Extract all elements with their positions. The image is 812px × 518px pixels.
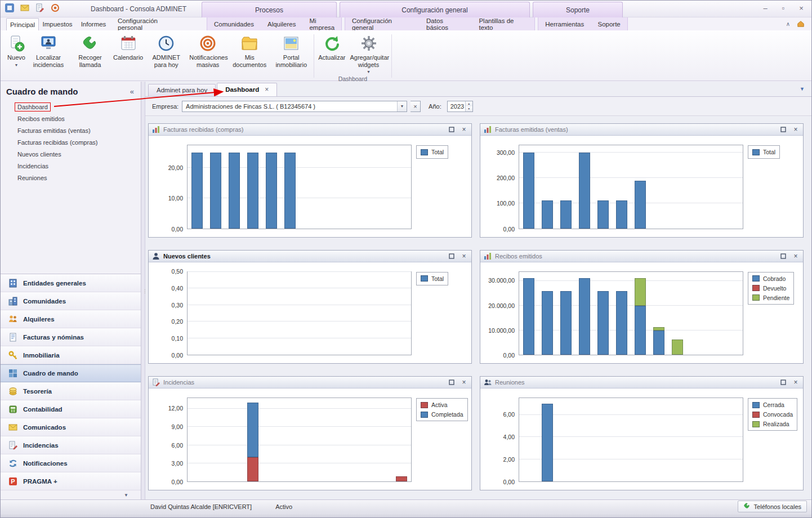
spiral-icon[interactable] [51, 3, 61, 14]
tab-impuestos[interactable]: Impuestos [39, 17, 76, 30]
widget-close-button[interactable]: × [791, 126, 800, 134]
tab-dashboard[interactable]: Dashboard × [217, 83, 277, 96]
sidebar-item-dashboard[interactable]: Dashboard [15, 103, 50, 111]
widget-header[interactable]: Facturas recibidas (compras) × [149, 124, 471, 136]
sidebar-item-reuniones[interactable]: Reuniones [15, 174, 50, 182]
telefonos-locales-button[interactable]: Teléfonos locales [738, 501, 807, 512]
widget-maximize-button[interactable] [447, 252, 456, 260]
nuevo-button[interactable]: Nuevo ▼ [5, 32, 28, 67]
recoger-llamada-button[interactable]: Recoger llamada [69, 32, 111, 68]
sidebar-item-recibos-emitidos[interactable]: Recibos emitidos [15, 115, 67, 123]
collapse-ribbon-icon[interactable]: ∧ [786, 21, 790, 27]
minimize-button[interactable]: – [761, 4, 770, 12]
nav-notificaciones[interactable]: Notificaciones [1, 454, 141, 472]
agregar-quitar-widgets-button[interactable]: Agregar/quitar widgets ▼ [348, 32, 390, 74]
nav-cuadro-de-mando[interactable]: Cuadro de mando [1, 364, 141, 382]
widget-close-button[interactable]: × [459, 378, 469, 387]
chart-bar [635, 272, 646, 355]
combobox-dropdown-icon[interactable]: ▼ [397, 101, 407, 111]
sidebar-item-incidencias[interactable]: Incidencias [15, 162, 51, 170]
tab-principal[interactable]: Principal [6, 18, 39, 30]
restore-button[interactable]: ▫ [779, 4, 788, 12]
widget-header[interactable]: Nuevos clientes × [149, 251, 471, 262]
widget-close-button[interactable]: × [791, 378, 800, 387]
nav-contabilidad[interactable]: Contabilidad [1, 400, 141, 418]
widget-maximize-button[interactable] [779, 378, 788, 387]
chart-bar [210, 145, 221, 229]
widget-header[interactable]: Recibos emitidos × [480, 251, 803, 262]
nav-comunidades[interactable]: Comunidades [1, 292, 141, 310]
nav-tesoreria[interactable]: Tesorería [1, 382, 141, 400]
sidebar-item-facturas-emitidas[interactable]: Facturas emitidas (ventas) [15, 127, 93, 135]
legend-entry: Convocada [752, 411, 793, 418]
legend-entry: Total [752, 149, 775, 155]
tab-informes[interactable]: Informes [76, 17, 111, 30]
tab-list-chevron-icon[interactable]: ▼ [800, 86, 805, 92]
collapse-sidebar-icon[interactable]: « [130, 87, 134, 96]
edit-note-icon[interactable] [35, 3, 46, 14]
widget-header[interactable]: Incidencias × [149, 377, 471, 388]
widget-maximize-button[interactable] [779, 126, 788, 134]
adminet-para-hoy-button[interactable]: ADMINET para hoy [145, 32, 187, 68]
year-spinner[interactable]: 2023 ▲ ▼ [447, 101, 473, 112]
bar-chart: 0,000,100,200,300,400,50 Total [152, 271, 466, 356]
company-clear-button[interactable]: × [411, 101, 421, 112]
mis-documentos-button[interactable]: Mis documentos [229, 32, 270, 68]
tab-configuracion-personal[interactable]: Configuración personal [111, 17, 184, 30]
y-axis-tick: 4,00 [503, 434, 515, 440]
plot-area [187, 271, 412, 356]
company-combobox[interactable]: Administraciones de Fincas S.L. ( B12345… [182, 101, 407, 112]
tab-alquileres[interactable]: Alquileres [261, 17, 303, 30]
tab-close-icon[interactable]: × [265, 86, 269, 93]
app-icon[interactable] [5, 3, 15, 14]
ribbon-corner-buttons: ∧ [786, 17, 811, 30]
widget-close-button[interactable]: × [459, 126, 469, 134]
main-area: Adminet para hoy Dashboard × ▼ Empresa: … [145, 82, 811, 499]
portal-inmobiliario-button[interactable]: Portal inmobiliario [270, 32, 312, 68]
tab-datos-basicos[interactable]: Datos básicos [420, 17, 472, 30]
tab-herramientas[interactable]: Herramientas [538, 17, 591, 30]
widget-close-button[interactable]: × [459, 252, 469, 260]
empresa-label: Empresa: [152, 103, 179, 110]
calendario-button[interactable]: Calendario [111, 32, 145, 61]
help-home-icon[interactable] [797, 20, 805, 29]
widget-maximize-button[interactable] [779, 252, 788, 260]
bar-segment-cerrada [542, 404, 553, 481]
widget-close-button[interactable]: × [791, 252, 800, 260]
bar-segment-total [579, 153, 590, 228]
widget-maximize-button[interactable] [447, 378, 456, 387]
nav-facturas-y-nominas[interactable]: Facturas y nóminas [1, 328, 141, 346]
spinner-up-icon[interactable]: ▲ [466, 101, 472, 106]
close-button[interactable]: × [797, 4, 806, 12]
tab-adminet-para-hoy[interactable]: Adminet para hoy [148, 84, 216, 96]
localizar-incidencias-button[interactable]: Localizar incidencias [28, 32, 69, 68]
widget-header[interactable]: Facturas emitidas (ventas) × [480, 124, 803, 136]
bar-segment-total [210, 153, 221, 228]
nav-alquileres[interactable]: Alquileres [1, 310, 141, 328]
nav-comunicados[interactable]: Comunicados [1, 418, 141, 436]
tab-comunidades[interactable]: Comunidades [207, 17, 261, 30]
svg-text:P: P [11, 478, 15, 485]
nav-incidencias[interactable]: Incidencias [1, 436, 141, 454]
sidebar-item-facturas-recibidas[interactable]: Facturas recibidas (compras) [15, 139, 100, 146]
nav-entidades-generales[interactable]: Entidades generales [1, 274, 141, 292]
widget-facturas-recibidas: Facturas recibidas (compras) × 0,0010,00… [148, 123, 472, 238]
mail-icon[interactable] [20, 3, 30, 14]
widget-header[interactable]: Reuniones × [480, 377, 803, 388]
tab-plantillas-de-texto[interactable]: Plantillas de texto [472, 17, 534, 30]
spinner-down-icon[interactable]: ▼ [466, 106, 472, 111]
tab-mi-empresa[interactable]: Mi empresa [302, 17, 341, 30]
tab-configuracion-general[interactable]: Configuración general [345, 17, 420, 30]
nav-pragma[interactable]: P PRAGMA + [1, 472, 141, 490]
widget-maximize-button[interactable] [447, 126, 456, 134]
actualizar-button[interactable]: Actualizar [316, 32, 347, 61]
nav-inmobiliaria[interactable]: Inmobiliaria [1, 346, 141, 364]
notificaciones-masivas-button[interactable]: Notificaciones masivas [187, 32, 229, 68]
dashboard-widgets: Facturas recibidas (compras) × 0,0010,00… [145, 116, 811, 499]
document-tab-strip: Adminet para hoy Dashboard × ▼ [145, 82, 811, 97]
chevron-down-icon[interactable]: ▼ [124, 493, 128, 498]
sidebar-splitter[interactable]: ⋮ [141, 82, 145, 499]
tab-soporte[interactable]: Soporte [591, 17, 627, 30]
sidebar-item-nuevos-clientes[interactable]: Nuevos clientes [15, 150, 64, 158]
building-icon [8, 278, 18, 288]
